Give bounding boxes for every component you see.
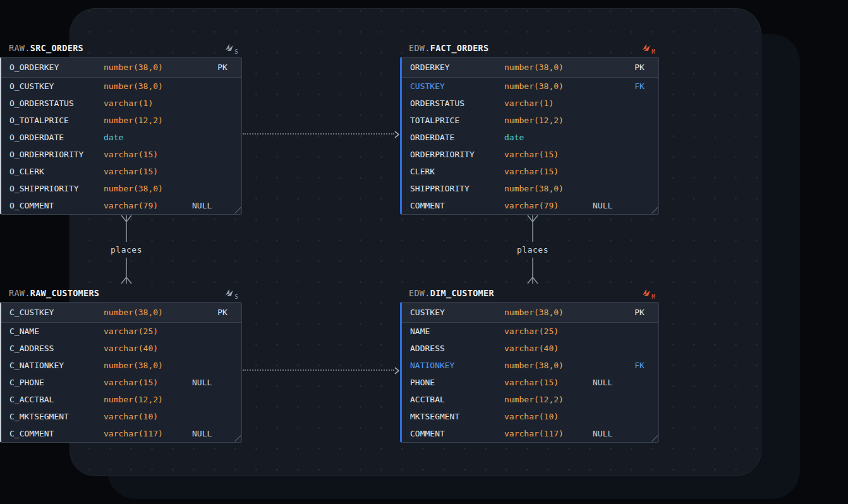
badge-letter: M bbox=[651, 294, 655, 300]
column-row-o_orderstatus[interactable]: O_ORDERSTATUSvarchar(1) bbox=[1, 95, 241, 112]
dbt-source-icon: S bbox=[224, 43, 236, 53]
column-type: varchar(40) bbox=[104, 344, 192, 353]
column-row-custkey[interactable]: CUSTKEYnumber(38,0)FK bbox=[402, 78, 658, 95]
column-row-orderdate[interactable]: ORDERDATEdate bbox=[402, 129, 658, 146]
column-row-c_name[interactable]: C_NAMEvarchar(25) bbox=[1, 323, 241, 340]
column-row-orderstatus[interactable]: ORDERSTATUSvarchar(1) bbox=[402, 95, 658, 112]
arrowhead-right-icon bbox=[394, 131, 399, 138]
column-name: TOTALPRICE bbox=[410, 116, 504, 125]
table-raw-src-orders[interactable]: RAW.SRC_ORDERS S O_ORDERKEYnumber(38,0)P… bbox=[0, 39, 242, 215]
column-row-o_shippriority[interactable]: O_SHIPPRIORITYnumber(38,0) bbox=[1, 180, 241, 197]
key-badge: FK bbox=[627, 361, 652, 370]
key-badge: FK bbox=[627, 81, 652, 91]
relationship-places-left[interactable]: places bbox=[101, 215, 152, 284]
table-title[interactable]: EDW.FACT_ORDERS M bbox=[400, 39, 659, 57]
column-row-nationkey[interactable]: NATIONKEYnumber(38,0)FK bbox=[402, 357, 658, 374]
schema-name: RAW. bbox=[9, 288, 30, 298]
column-row-o_custkey[interactable]: O_CUSTKEYnumber(38,0) bbox=[1, 78, 241, 95]
column-type: number(12,2) bbox=[504, 395, 593, 404]
column-row-phone[interactable]: PHONEvarchar(15)NULL bbox=[402, 374, 658, 391]
column-type: number(12,2) bbox=[504, 116, 593, 125]
table-name: RAW_CUSTOMERS bbox=[30, 288, 100, 298]
column-row-totalprice[interactable]: TOTALPRICEnumber(12,2) bbox=[402, 112, 658, 129]
schema-name: RAW. bbox=[9, 43, 30, 53]
column-name: ORDERPRIORITY bbox=[410, 150, 504, 159]
key-badge: PK bbox=[627, 308, 652, 317]
table-edw-dim-customer[interactable]: EDW.DIM_CUSTOMER M CUSTKEYnumber(38,0)PK… bbox=[400, 284, 659, 443]
column-name: O_ORDERSTATUS bbox=[9, 99, 104, 108]
table-edw-fact-orders[interactable]: EDW.FACT_ORDERS M ORDERKEYnumber(38,0)PK… bbox=[400, 39, 659, 215]
column-row-c_mktsegment[interactable]: C_MKTSEGMENTvarchar(10) bbox=[1, 408, 241, 425]
column-row-c_acctbal[interactable]: C_ACCTBALnumber(12,2) bbox=[1, 391, 241, 408]
column-row-c_custkey[interactable]: C_CUSTKEYnumber(38,0)PK bbox=[1, 303, 241, 323]
table-name: SRC_ORDERS bbox=[30, 43, 83, 53]
null-flag: NULL bbox=[192, 429, 212, 438]
column-row-shippriority[interactable]: SHIPPRIORITYnumber(38,0) bbox=[402, 180, 658, 197]
column-row-address[interactable]: ADDRESSvarchar(40) bbox=[402, 340, 658, 357]
column-name: C_COMMENT bbox=[9, 429, 104, 438]
column-name: O_COMMENT bbox=[9, 201, 104, 210]
column-type: varchar(25) bbox=[104, 327, 192, 336]
column-row-o_orderkey[interactable]: O_ORDERKEYnumber(38,0)PK bbox=[1, 57, 241, 78]
arrowhead-right-icon bbox=[394, 367, 399, 375]
column-row-c_nationkey[interactable]: C_NATIONKEYnumber(38,0) bbox=[1, 357, 241, 374]
relationship-line bbox=[126, 258, 127, 278]
table-title[interactable]: EDW.DIM_CUSTOMER M bbox=[400, 284, 659, 302]
column-row-mktsegment[interactable]: MKTSEGMENTvarchar(10) bbox=[402, 408, 658, 425]
column-row-name[interactable]: NAMEvarchar(25) bbox=[402, 323, 658, 340]
table-raw-raw-customers[interactable]: RAW.RAW_CUSTOMERS S C_CUSTKEYnumber(38,0… bbox=[0, 284, 242, 443]
column-row-orderkey[interactable]: ORDERKEYnumber(38,0)PK bbox=[402, 57, 658, 78]
column-type: varchar(1) bbox=[504, 99, 593, 108]
relationship-label[interactable]: places bbox=[111, 245, 142, 255]
table-title[interactable]: RAW.SRC_ORDERS S bbox=[0, 39, 242, 57]
column-row-o_totalprice[interactable]: O_TOTALPRICEnumber(12,2) bbox=[1, 112, 241, 129]
column-type: number(12,2) bbox=[104, 395, 192, 404]
column-type: date bbox=[104, 133, 192, 142]
relationship-line bbox=[532, 222, 533, 242]
relationship-places-right[interactable]: places bbox=[507, 215, 558, 284]
dbt-model-icon: M bbox=[641, 43, 653, 53]
relationship-line bbox=[126, 222, 127, 242]
column-name: MKTSEGMENT bbox=[410, 412, 504, 421]
column-row-o_clerk[interactable]: O_CLERKvarchar(15) bbox=[1, 163, 241, 180]
relationship-label[interactable]: places bbox=[517, 245, 548, 255]
null-flag: NULL bbox=[593, 429, 627, 438]
column-name: PHONE bbox=[410, 378, 504, 387]
column-row-o_orderdate[interactable]: O_ORDERDATEdate bbox=[1, 129, 241, 146]
column-type: varchar(10) bbox=[504, 412, 593, 421]
column-row-c_address[interactable]: C_ADDRESSvarchar(40) bbox=[1, 340, 241, 357]
table-name: DIM_CUSTOMER bbox=[430, 288, 494, 298]
null-flag: NULL bbox=[593, 201, 627, 210]
dbt-source-icon: S bbox=[224, 288, 236, 298]
key-badge: PK bbox=[210, 308, 235, 317]
table-title[interactable]: RAW.RAW_CUSTOMERS S bbox=[0, 284, 242, 302]
column-row-clerk[interactable]: CLERKvarchar(15) bbox=[402, 163, 658, 180]
column-name: O_ORDERKEY bbox=[9, 63, 104, 72]
column-row-o_orderpriority[interactable]: O_ORDERPRIORITYvarchar(15) bbox=[1, 146, 241, 163]
column-row-orderpriority[interactable]: ORDERPRIORITYvarchar(15) bbox=[402, 146, 658, 163]
column-name: CLERK bbox=[410, 167, 504, 176]
column-type: number(38,0) bbox=[504, 308, 593, 317]
column-type: varchar(10) bbox=[104, 412, 192, 421]
column-row-c_comment[interactable]: C_COMMENTvarchar(117)NULL bbox=[1, 425, 241, 442]
schema-name: EDW. bbox=[409, 43, 430, 53]
column-list: ORDERKEYnumber(38,0)PKCUSTKEYnumber(38,0… bbox=[400, 57, 659, 215]
column-name: C_MKTSEGMENT bbox=[9, 412, 104, 421]
dbt-model-icon: M bbox=[641, 288, 653, 298]
column-type: varchar(117) bbox=[504, 429, 593, 438]
column-type: varchar(15) bbox=[504, 167, 593, 176]
column-row-custkey[interactable]: CUSTKEYnumber(38,0)PK bbox=[402, 303, 658, 323]
column-row-comment[interactable]: COMMENTvarchar(117)NULL bbox=[402, 425, 658, 442]
column-type: varchar(79) bbox=[504, 201, 593, 210]
column-type: date bbox=[504, 133, 593, 142]
column-name: COMMENT bbox=[410, 429, 504, 438]
column-name: C_PHONE bbox=[9, 378, 104, 387]
column-type: varchar(15) bbox=[504, 150, 593, 159]
crow-foot-up-icon bbox=[526, 215, 539, 222]
column-row-o_comment[interactable]: O_COMMENTvarchar(79)NULL bbox=[1, 197, 241, 214]
column-name: ORDERDATE bbox=[410, 133, 504, 142]
column-name: O_TOTALPRICE bbox=[9, 116, 104, 125]
column-row-c_phone[interactable]: C_PHONEvarchar(15)NULL bbox=[1, 374, 241, 391]
column-row-comment[interactable]: COMMENTvarchar(79)NULL bbox=[402, 197, 658, 214]
column-row-acctbal[interactable]: ACCTBALnumber(12,2) bbox=[402, 391, 658, 408]
